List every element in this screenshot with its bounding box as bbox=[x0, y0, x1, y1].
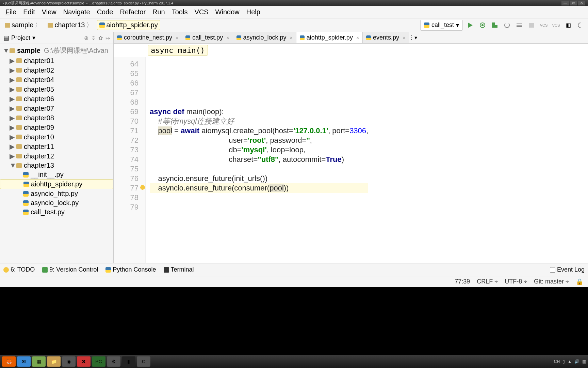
tree-folder[interactable]: ▶chapter08 bbox=[0, 113, 113, 123]
revert-button[interactable] bbox=[576, 20, 585, 30]
taskbar-firefox[interactable]: 🦊 bbox=[2, 356, 16, 367]
tabs-more[interactable]: ⋮▾ bbox=[409, 34, 417, 41]
menu-edit[interactable]: Edit bbox=[20, 7, 38, 17]
taskbar-chrome[interactable]: ◉ bbox=[62, 356, 76, 367]
close-icon[interactable]: × bbox=[356, 35, 359, 41]
debug-button[interactable] bbox=[478, 20, 487, 30]
editor-tab[interactable]: aiohttp_spider.py× bbox=[296, 32, 363, 43]
menu-help[interactable]: Help bbox=[243, 7, 264, 17]
menu-tools[interactable]: Tools bbox=[168, 7, 191, 17]
folder-icon bbox=[5, 23, 10, 28]
chevron-down-icon[interactable]: ▾ bbox=[32, 34, 35, 42]
tree-file[interactable]: __init__.py bbox=[0, 170, 113, 179]
taskbar-app[interactable]: ✉ bbox=[17, 356, 31, 367]
taskbar-app[interactable]: ✖ bbox=[77, 356, 91, 367]
close-button[interactable]: ✕ bbox=[578, 1, 585, 5]
close-icon[interactable]: × bbox=[403, 35, 405, 41]
menu-code[interactable]: Code bbox=[94, 7, 117, 17]
tree-folder[interactable]: ▶chapter10 bbox=[0, 132, 113, 142]
git-branch[interactable]: Git: master ÷ bbox=[534, 278, 569, 285]
project-tree[interactable]: ▼sampleG:\慕课网课程\Advan▶chapter01▶chapter0… bbox=[0, 44, 113, 218]
crumb-folder[interactable]: chapter13 〉 bbox=[46, 20, 95, 30]
tree-folder[interactable]: ▶chapter07 bbox=[0, 104, 113, 113]
run-button[interactable] bbox=[466, 20, 475, 30]
bug-icon bbox=[480, 22, 485, 28]
collapse-icon[interactable]: ⇕ bbox=[91, 35, 96, 41]
os-taskbar: 🦊 ✉ ▦ 📁 ◉ ✖ PC ⚙ ▮ C CH▯▲🔊▥ bbox=[0, 355, 588, 368]
menu-file[interactable]: File bbox=[2, 7, 20, 17]
code-content[interactable]: async def main(loop): #等待mysql连接建立好 pool… bbox=[146, 57, 368, 263]
python-file-icon bbox=[185, 35, 190, 40]
close-icon[interactable]: × bbox=[290, 35, 293, 41]
folder-icon bbox=[16, 58, 22, 63]
compare-button[interactable]: ◧ bbox=[564, 20, 573, 30]
taskbar-app[interactable]: ⚙ bbox=[107, 356, 120, 367]
intention-bulb-icon[interactable] bbox=[140, 185, 145, 190]
crumb-file[interactable]: aiohttp_spider.py bbox=[97, 20, 160, 30]
file-encoding[interactable]: UTF-8 ÷ bbox=[505, 278, 527, 285]
folder-icon bbox=[16, 144, 22, 149]
folder-icon bbox=[16, 68, 22, 73]
tree-file[interactable]: call_test.py bbox=[0, 208, 113, 217]
menu-navigate[interactable]: Navigate bbox=[60, 7, 94, 17]
gutter[interactable]: 64656667686970717273747576777879 bbox=[114, 57, 146, 263]
vcs-update-button[interactable]: VCS bbox=[539, 20, 549, 30]
menu-bar: File Edit View Navigate Code Refactor Ru… bbox=[0, 6, 588, 18]
editor-tab[interactable]: asyncio_lock.py× bbox=[233, 32, 296, 43]
tree-folder[interactable]: ▶chapter11 bbox=[0, 142, 113, 151]
stop-button[interactable] bbox=[527, 20, 536, 30]
crumb-project[interactable]: sample 〉 bbox=[3, 20, 44, 30]
undo-icon bbox=[577, 21, 585, 29]
lock-icon: 🔒 bbox=[576, 278, 583, 286]
tree-folder[interactable]: ▶chapter01 bbox=[0, 56, 113, 65]
editor-tab[interactable]: call_test.py× bbox=[182, 32, 233, 43]
taskbar-pycharm[interactable]: PC bbox=[92, 356, 105, 367]
menu-refactor[interactable]: Refactor bbox=[116, 7, 149, 17]
hide-icon[interactable]: ↦ bbox=[105, 35, 110, 41]
python-console-tool-button[interactable]: Python Console bbox=[105, 266, 156, 273]
tree-folder-open[interactable]: ▼chapter13 bbox=[0, 161, 113, 170]
tree-folder[interactable]: ▶chapter02 bbox=[0, 65, 113, 75]
menu-vcs[interactable]: VCS bbox=[191, 7, 212, 17]
vcs-commit-button[interactable]: VCS bbox=[551, 20, 561, 30]
todo-tool-button[interactable]: 6: TODO bbox=[3, 266, 35, 273]
system-tray[interactable]: CH▯▲🔊▥ bbox=[554, 359, 586, 364]
tree-file[interactable]: asyncio_lock.py bbox=[0, 198, 113, 208]
close-icon[interactable]: × bbox=[226, 35, 229, 41]
tree-folder[interactable]: ▶chapter09 bbox=[0, 123, 113, 132]
event-log-tool-button[interactable]: Event Log bbox=[550, 266, 585, 273]
code-editor[interactable]: 64656667686970717273747576777879 async d… bbox=[114, 57, 588, 263]
editor-tab[interactable]: events.py× bbox=[363, 32, 409, 43]
tree-folder[interactable]: ▶chapter12 bbox=[0, 151, 113, 161]
tree-file[interactable]: asyncio_http.py bbox=[0, 189, 113, 198]
menu-view[interactable]: View bbox=[38, 7, 60, 17]
breadcrumb: sample 〉 chapter13 〉 aiohttp_spider.py bbox=[3, 20, 160, 30]
run-configuration-select[interactable]: call_test ▾ bbox=[420, 20, 463, 31]
version-control-tool-button[interactable]: 9: Version Control bbox=[42, 266, 98, 273]
tree-root[interactable]: ▼sampleG:\慕课网课程\Advan bbox=[0, 45, 113, 56]
tree-folder[interactable]: ▶chapter06 bbox=[0, 94, 113, 104]
taskbar-explorer[interactable]: 📁 bbox=[47, 356, 61, 367]
maximize-button[interactable]: ▭ bbox=[570, 1, 577, 5]
python-file-icon bbox=[366, 35, 371, 40]
coverage-button[interactable] bbox=[490, 20, 500, 30]
tree-folder[interactable]: ▶chapter05 bbox=[0, 85, 113, 94]
minimize-button[interactable]: — bbox=[561, 1, 569, 5]
taskbar-app[interactable]: C bbox=[137, 356, 150, 367]
terminal-tool-button[interactable]: Terminal bbox=[164, 266, 194, 273]
menu-window[interactable]: Window bbox=[212, 7, 243, 17]
line-separator[interactable]: CRLF ÷ bbox=[477, 278, 498, 285]
gear-icon[interactable]: ✿ bbox=[98, 35, 103, 41]
close-icon[interactable]: × bbox=[176, 35, 178, 41]
menu-run[interactable]: Run bbox=[149, 7, 168, 17]
python-file-icon bbox=[424, 22, 429, 28]
tree-file[interactable]: aiohttp_spider.py bbox=[0, 179, 113, 189]
taskbar-app[interactable]: ▦ bbox=[32, 356, 46, 367]
editor-area: coroutine_nest.py×call_test.py×asyncio_l… bbox=[114, 32, 588, 263]
target-icon[interactable]: ⊕ bbox=[84, 35, 88, 41]
taskbar-cmd[interactable]: ▮ bbox=[122, 356, 135, 367]
refresh-button[interactable] bbox=[502, 20, 512, 30]
layout-button[interactable] bbox=[514, 20, 524, 30]
tree-folder[interactable]: ▶chapter04 bbox=[0, 75, 113, 85]
editor-tab[interactable]: coroutine_nest.py× bbox=[114, 32, 182, 43]
